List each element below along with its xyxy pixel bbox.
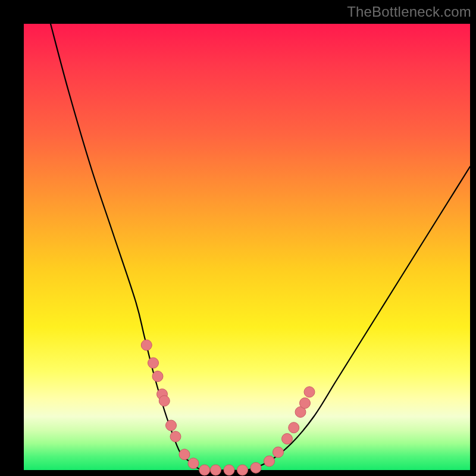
highlight-marker: [159, 396, 170, 406]
highlight-marker: [224, 465, 234, 475]
highlight-marker: [188, 458, 199, 469]
highlight-marker: [304, 387, 315, 397]
highlight-marker: [211, 465, 221, 475]
highlight-marker: [199, 465, 210, 475]
highlight-marker: [273, 447, 284, 458]
highlight-marker: [170, 431, 181, 442]
highlight-marker: [250, 462, 261, 473]
highlight-marker: [282, 434, 293, 444]
highlight-marker: [264, 456, 275, 466]
highlight-markers: [141, 340, 315, 475]
gradient-plot-area: [24, 24, 470, 470]
highlight-marker: [237, 465, 248, 475]
highlight-marker: [166, 420, 177, 431]
chart-frame: TheBottleneck.com: [0, 0, 476, 476]
highlight-marker: [179, 449, 190, 460]
highlight-marker: [148, 358, 159, 368]
watermark-text: TheBottleneck.com: [347, 4, 471, 20]
highlight-marker: [289, 422, 299, 433]
highlight-marker: [300, 398, 311, 409]
highlight-marker: [141, 340, 152, 350]
highlight-marker: [152, 371, 163, 382]
bottleneck-curve: [51, 24, 470, 471]
curve-layer: [24, 24, 470, 470]
